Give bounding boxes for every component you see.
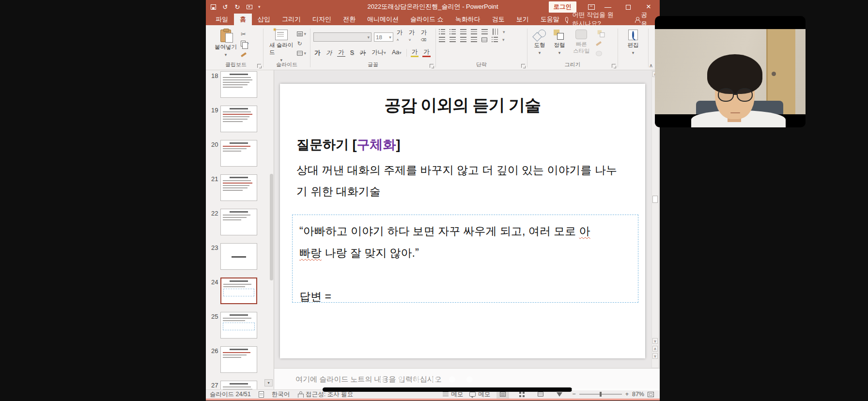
video-nav-dot[interactable] [466,376,473,383]
tab-slideshow[interactable]: 슬라이드 쇼 [404,14,450,25]
shapes-button[interactable]: 도형 ▾ [530,28,549,59]
slide-heading[interactable]: 질문하기 [구체화] [296,136,401,154]
tab-help[interactable]: 도움말 [535,14,565,25]
clipboard-dialog-launcher[interactable] [257,64,261,68]
arrange-button[interactable]: 정렬 ▾ [551,28,568,59]
tell-me-search[interactable]: 어떤 작업을 원하시나요? [565,14,616,25]
slide-thumbnail-22[interactable] [220,209,257,235]
save-icon[interactable] [210,3,217,10]
clear-formatting-button[interactable]: 가⌫ [420,29,433,46]
reset-button[interactable]: ↻ [297,40,306,47]
video-nav-dot[interactable] [414,376,420,383]
video-progress-fill[interactable] [323,387,572,392]
minimize-button[interactable]: — [601,3,615,11]
slide-thumbnail-26[interactable] [220,346,257,373]
video-nav-dot[interactable] [449,376,455,383]
slide-body-text[interactable]: 상대 꺼낸 대화의 주제를 바꾸지 않고 더 깊이 있는 이야기를 나누 기 위… [296,159,636,202]
justify-icon[interactable] [471,37,477,42]
slide-thumbnail-18[interactable] [220,71,257,98]
font-size-combo[interactable]: 18▾ [374,32,393,42]
slide-thumbnail-27[interactable] [220,381,257,389]
paragraph-dialog-launcher[interactable] [521,64,525,68]
change-case-button[interactable]: Aa▾ [391,48,403,57]
slide-thumbnail-20[interactable] [220,140,257,167]
zoom-slider[interactable] [579,394,622,395]
font-color-button[interactable]: 가 [422,48,431,57]
language-label[interactable]: 한국어 [272,390,290,399]
slide-thumbnail-23[interactable] [220,243,257,270]
character-spacing-button[interactable]: 가나▾ [371,48,387,57]
redo-icon[interactable]: ↻ [234,3,241,10]
spell-check-icon[interactable] [259,391,264,398]
undo-icon[interactable]: ↺ [222,3,229,10]
collapse-ribbon-icon[interactable]: ∧ [649,62,653,69]
tab-view[interactable]: 보기 [511,14,535,25]
scroll-down-button[interactable]: ∨ [652,338,658,344]
convert-smartart-icon[interactable] [492,37,498,42]
quick-styles-button[interactable]: 빠른 스타일 [570,28,593,59]
slide-thumbnail-21[interactable] [220,174,257,201]
tab-file[interactable]: 파일 [210,14,234,25]
maximize-button[interactable] [621,3,636,11]
text-shadow-button[interactable]: S [349,49,355,57]
editing-button[interactable]: 편집 ▾ [625,28,642,57]
collapse-thumbnails-button[interactable]: ▾ [264,379,273,386]
tab-animations[interactable]: 애니메이션 [361,14,404,25]
decrease-indent-icon[interactable] [460,29,466,34]
shrink-font-button[interactable]: 가˅ [408,29,418,46]
fit-slide-to-window-icon[interactable] [648,392,654,397]
grow-font-button[interactable]: 가˄ [396,29,405,46]
copy-button[interactable]: ▾ [241,40,249,47]
tab-review[interactable]: 검토 [486,14,511,25]
highlight-color-button[interactable]: 가 [411,48,419,57]
line-spacing-icon[interactable] [481,29,488,34]
close-button[interactable]: × [641,2,656,12]
customize-qat-icon[interactable]: ▾ [258,4,261,9]
bold-button[interactable]: 가 [313,49,322,57]
video-nav-dot[interactable] [397,376,403,383]
font-dialog-launcher[interactable] [430,64,434,68]
drawing-dialog-launcher[interactable] [612,64,616,68]
zoom-out-button[interactable]: − [572,391,575,398]
font-name-combo[interactable]: ▾ [313,32,372,42]
new-slide-button[interactable]: 새 슬라이드 ▾ [266,28,296,64]
tab-record[interactable]: 녹화하다 [450,14,486,25]
increase-indent-icon[interactable] [471,29,477,34]
shape-outline-button[interactable] [596,40,607,47]
tab-home[interactable]: 홈 [234,14,252,25]
layout-button[interactable]: ▾ [297,30,306,38]
slide-24[interactable]: 공감 이외의 듣기 기술 질문하기 [구체화] 상대 꺼낸 대화의 주제를 바꾸… [280,84,645,358]
align-left-icon[interactable] [439,37,445,42]
webcam-overlay[interactable] [655,16,806,127]
next-slide-button[interactable]: ∨ [652,353,658,359]
italic-button[interactable]: 가 [325,49,334,57]
columns-icon[interactable] [481,37,487,42]
slide-thumbnail-19[interactable] [220,106,257,132]
slide-thumbnail-24[interactable] [220,278,257,304]
thumbnail-scrollbar[interactable] [270,72,273,382]
align-right-icon[interactable] [460,37,466,42]
tab-draw[interactable]: 그리기 [276,14,307,25]
quote-text-box[interactable]: “아빠하고 이야기 하다 보면 자꾸 싸우게 되고, 여러 모로 아 빠랑 나랑… [292,215,638,303]
ribbon-display-options-icon[interactable] [588,4,595,10]
strikethrough-button[interactable]: 가 [359,49,367,57]
scrollbar-thumb[interactable] [652,196,658,203]
previous-slide-button[interactable]: ∧ [652,346,658,352]
underline-button[interactable]: 가 [337,48,345,57]
tab-transitions[interactable]: 전환 [337,14,361,25]
tab-design[interactable]: 디자인 [307,14,337,25]
text-direction-icon[interactable] [493,29,498,35]
section-button[interactable]: ▾ [297,49,306,57]
video-nav-dot[interactable] [432,376,438,383]
shape-fill-button[interactable] [596,30,607,38]
numbering-icon[interactable] [450,29,456,34]
zoom-in-button[interactable]: + [625,391,629,398]
zoom-slider-thumb[interactable] [600,392,602,397]
align-center-icon[interactable] [450,37,456,42]
zoom-level[interactable]: 87% [632,391,644,398]
paste-button[interactable]: 붙여넣기 ▾ [212,28,240,59]
cut-button[interactable]: ✂ [241,30,249,38]
video-nav-dot[interactable] [379,376,386,383]
format-painter-button[interactable] [241,49,249,57]
bullets-icon[interactable] [439,29,445,34]
